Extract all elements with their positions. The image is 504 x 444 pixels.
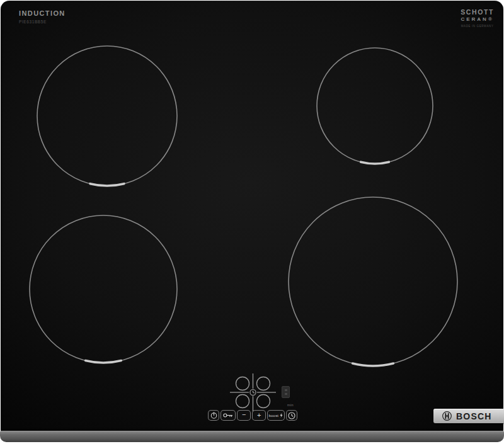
model-number-label: PIE631BB5E [19,20,66,24]
timer-min-label: min [287,403,294,407]
power-level-display [282,386,290,398]
top-left-print: INDUCTION PIE631BB5E [19,9,66,24]
zone-select-rear-right[interactable] [257,377,270,390]
induction-label: INDUCTION [19,9,66,17]
boost-button[interactable]: boost [267,410,284,421]
zone-select-front-right[interactable] [257,395,270,408]
boost-icon [280,413,283,418]
zone-selector-center-clock-icon [250,389,256,395]
schott-logo-line1: SCHOTT [461,8,494,16]
key-icon [223,413,233,418]
power-icon [210,412,217,419]
child-lock-button[interactable] [220,410,236,421]
clock-icon [288,412,295,419]
decrease-button[interactable]: − [237,410,251,421]
schott-logo-line2: CERAN® [461,16,494,22]
schott-ceran-logo: SCHOTT CERAN® MADE IN GERMANY [461,8,494,28]
bosch-wordmark: BOSCH [456,411,492,421]
zone-selector-graphic[interactable] [227,373,284,412]
increase-button[interactable]: + [252,410,266,421]
zone-select-rear-left[interactable] [236,377,249,390]
front-edge-trim [0,431,504,442]
timer-button[interactable] [286,410,297,421]
touch-controls-row: − + boost [208,410,297,421]
bosch-emblem-icon [442,411,452,421]
boost-label: boost [269,414,279,418]
schott-logo-subtext: MADE IN GERMANY [461,25,494,28]
zone-select-front-left[interactable] [236,395,249,408]
bosch-badge: BOSCH [433,409,504,423]
power-button[interactable] [208,410,219,421]
cooktop-glass-surface [1,1,503,432]
